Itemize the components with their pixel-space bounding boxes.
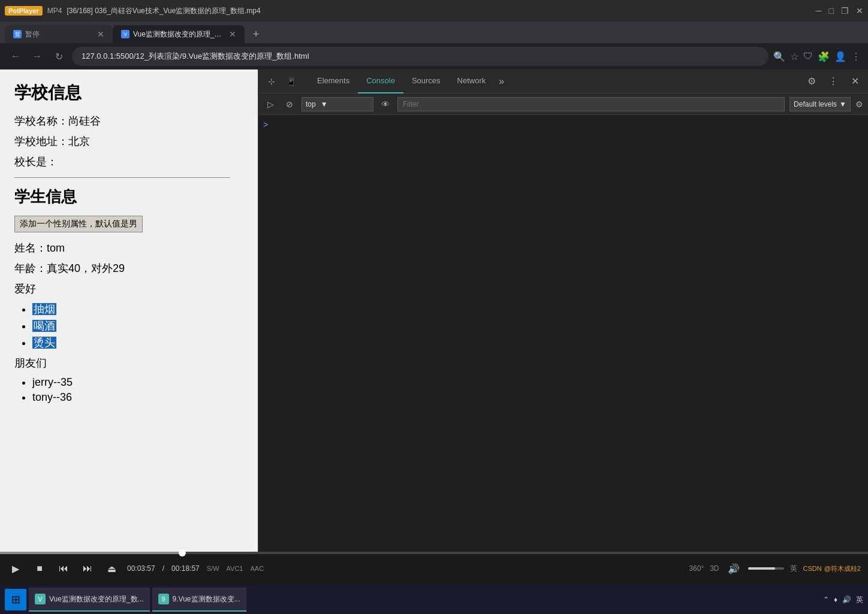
levels-label: Default levels bbox=[794, 100, 837, 108]
context-dropdown[interactable]: top ▼ bbox=[302, 97, 373, 111]
console-output: > bbox=[258, 115, 868, 614]
tab-1[interactable]: 暂 暂停 ✕ bbox=[5, 25, 113, 43]
more-tabs-button[interactable]: » bbox=[494, 69, 509, 93]
start-button[interactable]: ⊞ bbox=[5, 589, 26, 610]
school-address: 学校地址：北京 bbox=[14, 134, 243, 149]
shield-icon: 🛡 bbox=[803, 51, 813, 62]
clear-icon[interactable]: ⊘ bbox=[282, 97, 297, 111]
tab-close-1[interactable]: ✕ bbox=[97, 29, 104, 39]
minimize-icon[interactable]: ─ bbox=[816, 6, 822, 16]
tab-2[interactable]: V Vue监测数据改变的原理_数组 ✕ bbox=[113, 25, 245, 43]
time-current: 00:03:57 bbox=[127, 564, 155, 573]
principal: 校长是： bbox=[14, 155, 243, 169]
author-label: @符木成桂2 bbox=[824, 564, 861, 573]
taskbar-item-2[interactable]: 9 9.Vue监测数据改变... bbox=[152, 588, 246, 612]
close-icon[interactable]: ✕ bbox=[856, 6, 863, 16]
media-right-controls: 360° 3D 🔊 英 CSDN @符木成桂2 bbox=[689, 560, 861, 577]
format-label: MP4 bbox=[47, 7, 62, 15]
tab-close-2[interactable]: ✕ bbox=[229, 29, 236, 39]
progress-bar-fill bbox=[0, 552, 182, 554]
devtools-panel: ⊹ 📱 Elements Console Sources Network » ⚙… bbox=[258, 69, 868, 614]
browser-chrome: 暂 暂停 ✕ V Vue监测数据改变的原理_数组 ✕ + ← → ↻ 🔍 ☆ 🛡… bbox=[0, 22, 868, 614]
filter-input[interactable] bbox=[397, 97, 785, 111]
tab-label-2: Vue监测数据改变的原理_数组 bbox=[133, 29, 225, 40]
menu-icon[interactable]: ⋮ bbox=[851, 51, 861, 62]
progress-thumb bbox=[179, 549, 186, 556]
eye-icon[interactable]: 👁 bbox=[378, 97, 393, 111]
window-controls: ─ □ ❐ ✕ bbox=[816, 6, 863, 16]
stop-button[interactable]: ■ bbox=[31, 560, 48, 577]
format-badge-1: S/W bbox=[207, 565, 219, 572]
context-value: top bbox=[306, 100, 316, 108]
volume-icon[interactable]: 🔊 bbox=[725, 560, 742, 577]
run-icon[interactable]: ▷ bbox=[263, 97, 278, 111]
extension-icon[interactable]: 🧩 bbox=[818, 51, 830, 62]
console-prompt-icon[interactable]: > bbox=[263, 120, 268, 129]
sys-icon-2: ♦ bbox=[834, 595, 837, 604]
new-tab-button[interactable]: + bbox=[247, 25, 265, 43]
main-area: 学校信息 学校名称：尚硅谷 学校地址：北京 校长是： 学生信息 添加一个性别属性… bbox=[0, 69, 868, 614]
volume-fill bbox=[748, 567, 775, 570]
taskbar-item-1[interactable]: V Vue监测数据改变的原理_数... bbox=[29, 588, 150, 612]
format-badge-3: AAC bbox=[250, 565, 264, 572]
app-logo: PotPlayer bbox=[5, 6, 43, 16]
window-title: [36/168] 036_尚硅谷Vue技术_Vue监测数据的原理_数组.mp4 bbox=[67, 6, 810, 16]
friends-heading: 朋友们 bbox=[14, 356, 243, 370]
close-devtools-icon[interactable]: ✕ bbox=[846, 73, 863, 90]
bookmark-icon[interactable]: ☆ bbox=[790, 51, 798, 62]
friends-list: jerry--35 tony--36 bbox=[32, 376, 243, 404]
inspect-icon[interactable]: ⊹ bbox=[263, 73, 280, 90]
sys-lang: 英 bbox=[856, 595, 863, 605]
play-button[interactable]: ▶ bbox=[7, 560, 24, 577]
devtools-right-controls: ⚙ ⋮ ✕ bbox=[803, 73, 863, 90]
prev-button[interactable]: ⏮ bbox=[55, 560, 72, 577]
profile-icon[interactable]: 👤 bbox=[834, 51, 846, 62]
tab-bar: 暂 暂停 ✕ V Vue监测数据改变的原理_数组 ✕ + bbox=[0, 22, 868, 43]
address-bar: ← → ↻ 🔍 ☆ 🛡 🧩 👤 ⋮ bbox=[0, 43, 868, 69]
taskbar: ⊞ V Vue监测数据改变的原理_数... 9 9.Vue监测数据改变... ⌃… bbox=[0, 585, 868, 614]
hobby-item-1: 抽烟 bbox=[32, 303, 56, 315]
zoom-icon: 🔍 bbox=[773, 51, 785, 62]
maximize-icon[interactable]: □ bbox=[829, 6, 834, 16]
dropdown-arrow: ▼ bbox=[321, 100, 328, 108]
url-input[interactable] bbox=[72, 47, 768, 66]
title-bar: PotPlayer MP4 [36/168] 036_尚硅谷Vue技术_Vue监… bbox=[0, 0, 868, 22]
tab-elements[interactable]: Elements bbox=[309, 69, 358, 93]
tab-sources[interactable]: Sources bbox=[403, 69, 449, 93]
student-heading: 学生信息 bbox=[14, 186, 243, 207]
sys-icon-1: ⌃ bbox=[823, 595, 829, 604]
back-button[interactable]: ← bbox=[7, 48, 24, 65]
time-separator: / bbox=[162, 564, 164, 573]
resolution-label: 360° bbox=[689, 564, 704, 573]
levels-arrow: ▼ bbox=[839, 100, 846, 108]
tab-favicon-1: 暂 bbox=[13, 30, 22, 38]
school-heading: 学校信息 bbox=[14, 81, 243, 104]
hobby-heading: 爱好 bbox=[14, 282, 243, 296]
progress-bar-container[interactable] bbox=[0, 552, 868, 554]
volume-bar[interactable] bbox=[748, 567, 784, 570]
badge-3d: 3D bbox=[710, 564, 719, 573]
taskbar-item-label-2: 9.Vue监测数据改变... bbox=[173, 594, 240, 604]
eject-button[interactable]: ⏏ bbox=[103, 560, 120, 577]
list-item: 烫头 bbox=[32, 335, 243, 350]
restore-icon[interactable]: ❐ bbox=[841, 6, 849, 16]
hobby-list: 抽烟 喝酒 烫头 bbox=[32, 302, 243, 350]
next-button[interactable]: ⏭ bbox=[79, 560, 96, 577]
tab-network[interactable]: Network bbox=[449, 69, 495, 93]
sys-volume[interactable]: 🔊 bbox=[842, 595, 851, 604]
tab-console[interactable]: Console bbox=[358, 69, 403, 93]
forward-button[interactable]: → bbox=[29, 48, 46, 65]
add-gender-button[interactable]: 添加一个性别属性，默认值是男 bbox=[14, 216, 143, 232]
student-name: 姓名：tom bbox=[14, 241, 243, 255]
levels-dropdown[interactable]: Default levels ▼ bbox=[789, 97, 851, 111]
list-item: 喝酒 bbox=[32, 319, 243, 333]
console-settings-icon[interactable]: ⚙ bbox=[855, 99, 863, 109]
media-controls: ▶ ■ ⏮ ⏭ ⏏ 00:03:57 / 00:18:57 S/W AVC1 A… bbox=[0, 552, 868, 585]
list-item: tony--36 bbox=[32, 391, 243, 404]
reload-button[interactable]: ↻ bbox=[50, 48, 67, 65]
settings-icon[interactable]: ⚙ bbox=[803, 73, 820, 90]
address-bar-icons: 🔍 ☆ 🛡 🧩 👤 ⋮ bbox=[773, 51, 861, 62]
device-icon[interactable]: 📱 bbox=[282, 73, 299, 90]
devtools-left-icons: ⊹ 📱 bbox=[263, 73, 299, 90]
more-options-icon[interactable]: ⋮ bbox=[825, 73, 842, 90]
